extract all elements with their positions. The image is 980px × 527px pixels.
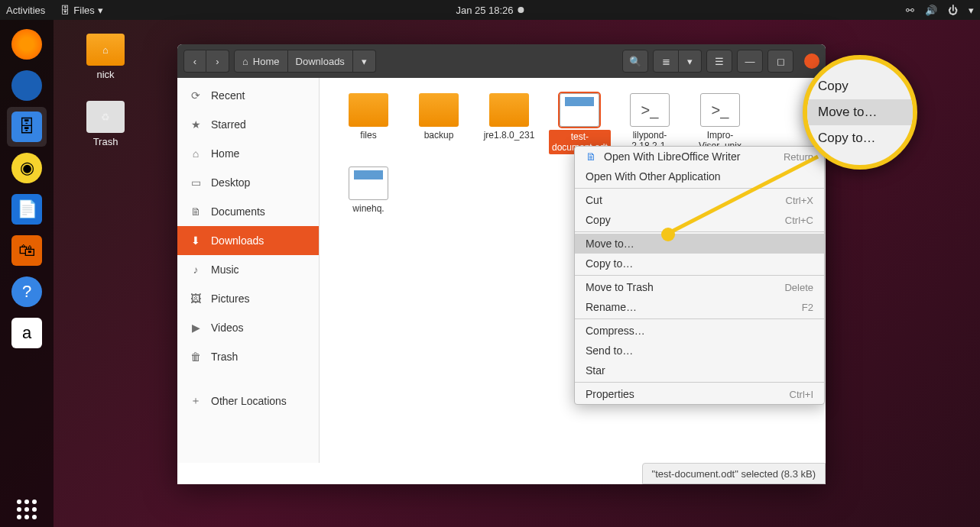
forward-button[interactable]: › [206,50,229,73]
files-panel-icon: 🗄 [60,5,70,16]
trash-icon: 🗑 [190,351,202,363]
file-item[interactable]: files [335,90,402,157]
menu-item-copy[interactable]: CopyCtrl+C [575,210,824,230]
dock-amazon[interactable]: a [7,313,47,353]
menu-item-move-to[interactable]: Move to… [575,234,824,254]
view-dropdown-button[interactable]: ▾ [679,50,702,73]
dock-thunderbird[interactable] [7,66,47,105]
network-icon[interactable]: ⚯ [906,5,914,16]
menu-item-move-to-trash[interactable]: Move to TrashDelete [575,277,824,297]
file-item[interactable]: backup [405,90,472,157]
menu-shortcut: F2 [802,302,813,313]
clock[interactable]: Jan 25 18:26 [456,5,524,16]
music-icon: ◉ [11,153,42,183]
file-item[interactable]: jre1.8.0_231 [475,90,543,157]
file-label: backup [408,130,469,141]
sidebar-item-label: Music [211,264,239,276]
menu-separator [575,188,824,189]
menu-separator [575,231,824,232]
menu-item-label: Copy [586,214,611,226]
home-icon: ⌂ [190,147,202,160]
menu-separator [575,318,824,319]
close-button[interactable] [804,53,819,69]
dock-firefox[interactable] [7,24,47,64]
maximize-button[interactable]: ◻ [767,50,793,73]
doc-icon [560,93,599,127]
show-applications-button[interactable] [17,500,37,519]
sidebar-item-other-locations[interactable]: ＋Other Locations [177,386,319,415]
sidebar-item-desktop[interactable]: ▭Desktop [177,168,319,197]
sidebar-item-home[interactable]: ⌂Home [177,139,319,168]
minimize-button[interactable]: — [737,50,763,73]
desktop-trash[interactable]: ♻ Trash [75,101,136,147]
sidebar-item-pictures[interactable]: 🖼Pictures [177,284,319,313]
folder-icon [489,93,529,127]
menu-shortcut: Return [784,151,813,163]
menu-item-open-with-other-application[interactable]: Open With Other Application [575,167,824,186]
back-button[interactable]: ‹ [183,50,206,73]
menu-shortcut: Ctrl+C [785,215,813,226]
dock-software[interactable]: 🛍 [7,231,47,270]
volume-icon[interactable]: 🔊 [925,5,937,16]
top-panel: Activities 🗄 Files ▾ Jan 25 18:26 ⚯ 🔊 ⏻ … [0,0,980,20]
sidebar-item-label: Other Locations [211,395,287,407]
menu-item-open-with-libreoffice-writer[interactable]: 🗎Open With LibreOffice WriterReturn [575,147,824,167]
menu-shortcut: Delete [784,282,813,293]
hamburger-button[interactable]: ☰ [706,50,732,73]
menu-item-star[interactable]: Star [575,360,824,380]
firefox-icon [11,29,42,60]
dock-rhythmbox[interactable]: ◉ [7,148,47,188]
file-item[interactable]: winehq. [335,163,402,217]
dock-files[interactable]: 🗄 [7,107,47,147]
menu-item-compress[interactable]: Compress… [575,321,824,341]
sidebar-item-downloads[interactable]: ⬇Downloads [177,226,319,255]
menu-item-copy-to[interactable]: Copy to… [575,254,824,273]
sidebar-item-recent[interactable]: ⟳Recent [177,81,319,110]
path-dropdown-button[interactable]: ▾ [353,50,376,73]
folder-icon [419,93,459,127]
sidebar-item-trash[interactable]: 🗑Trash [177,342,319,371]
menu-item-label: Move to… [586,238,634,250]
power-icon[interactable]: ⏻ [948,5,958,16]
sidebar-item-label: Videos [211,322,244,334]
sidebar-item-label: Desktop [211,176,250,189]
dock: 🗄 ◉ 📄 🛍 ? a [0,20,54,527]
recent-icon: ⟳ [190,89,202,102]
menu-item-label: Compress… [586,325,645,337]
sidebar-item-label: Documents [211,205,265,218]
list-view-button[interactable]: ≣ [653,50,679,73]
menu-item-rename[interactable]: Rename…F2 [575,297,824,317]
menu-item-cut[interactable]: CutCtrl+X [575,190,824,210]
menu-item-label: Send to… [586,344,633,357]
menu-item-label: Open With LibreOffice Writer [604,150,740,163]
sidebar: ⟳Recent★Starred⌂Home▭Desktop🗎Documents⬇D… [177,78,320,463]
thunderbird-icon [11,70,42,101]
file-label: winehq. [338,203,399,214]
sidebar-item-videos[interactable]: ▶Videos [177,313,319,342]
sidebar-item-label: Trash [211,351,238,363]
sidebar-item-documents[interactable]: 🗎Documents [177,197,319,226]
search-button[interactable]: 🔍 [622,50,648,73]
chevron-down-icon[interactable]: ▾ [969,5,974,16]
menu-item-properties[interactable]: PropertiesCtrl+I [575,384,824,404]
path-downloads-button[interactable]: Downloads [288,50,353,73]
menu-shortcut: Ctrl+X [786,195,813,206]
home-icon: ⌂ [242,56,248,67]
desktop-home-folder[interactable]: ⌂ nick [75,34,136,80]
dock-writer[interactable]: 📄 [7,189,47,229]
menu-separator [575,275,824,276]
script-icon: >_ [700,93,740,127]
help-icon: ? [11,276,42,307]
menu-item-send-to[interactable]: Send to… [575,341,824,360]
sidebar-item-starred[interactable]: ★Starred [177,110,319,139]
dock-help[interactable]: ? [7,272,47,312]
file-label: jre1.8.0_231 [479,130,540,141]
folder-icon: ⌂ [86,34,125,66]
app-menu[interactable]: 🗄 Files ▾ [60,5,102,16]
activities-button[interactable]: Activities [6,5,45,16]
downloads-icon: ⬇ [190,234,202,247]
path-home-button[interactable]: ⌂Home [234,50,288,73]
menu-item-label: Cut [586,194,602,206]
menu-item-label: Star [586,364,605,377]
sidebar-item-music[interactable]: ♪Music [177,255,319,284]
